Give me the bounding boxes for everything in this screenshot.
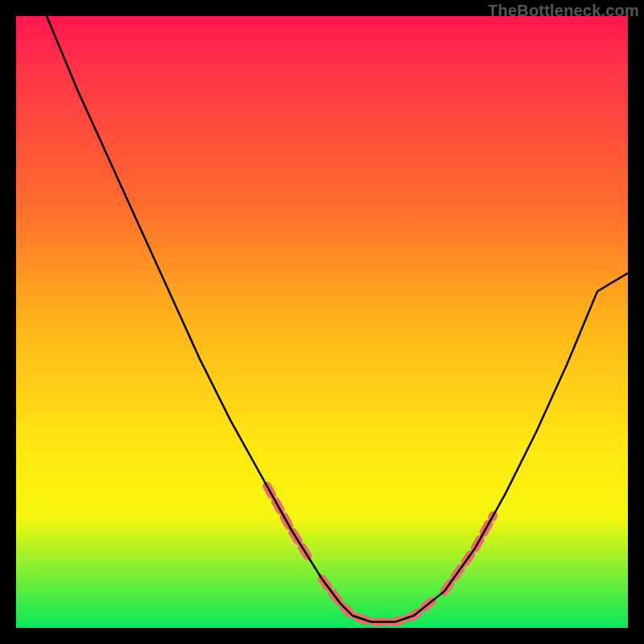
- bottleneck-curve: [47, 16, 628, 621]
- chart-svg: [16, 16, 628, 628]
- highlight-segments: [267, 486, 493, 622]
- watermark-text: TheBottleneck.com: [488, 2, 639, 20]
- chart-frame: TheBottleneck.com: [0, 0, 644, 644]
